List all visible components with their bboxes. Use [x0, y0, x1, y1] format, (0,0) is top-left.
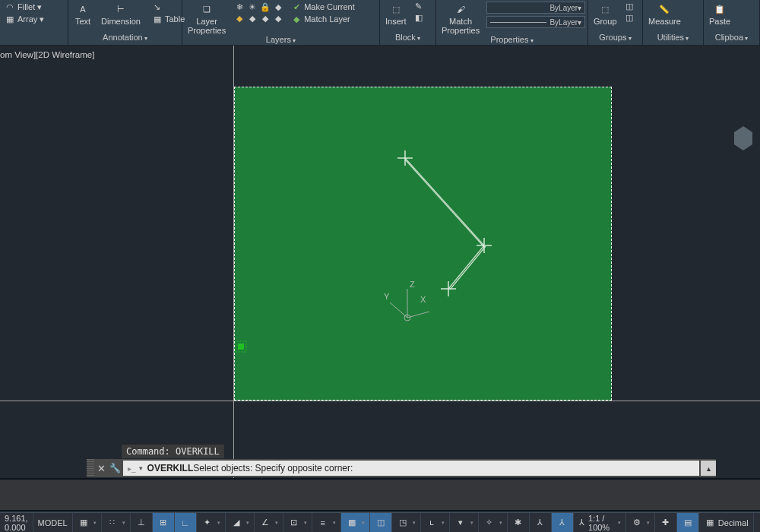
command-input[interactable]: ▸_ ▾ OVERKILL Select objects: Specify op…	[123, 461, 699, 476]
paste-icon: 📋	[711, 2, 729, 17]
3dosnap-icon: ◳	[397, 517, 409, 529]
infer-icon: ⊥	[135, 517, 147, 529]
workspace-switch[interactable]: ⚙	[626, 513, 655, 532]
panel-label-annotation[interactable]: Annotation	[71, 33, 179, 43]
table-button[interactable]: ▦Table	[150, 14, 186, 24]
insert-button[interactable]: ⬚Insert	[383, 2, 409, 26]
isodraft-toggle[interactable]: ◢	[226, 513, 255, 532]
customize-commandline-button[interactable]: 🔧	[108, 459, 122, 477]
layer-properties-icon: ❏	[198, 2, 216, 17]
anno-auto-toggle[interactable]: ⅄	[530, 513, 552, 532]
grip-icon[interactable]	[87, 459, 94, 477]
trans-icon: ▩	[346, 517, 358, 529]
polar-toggle[interactable]: ✦	[197, 513, 226, 532]
make-current-button[interactable]: ✔Make Current	[290, 2, 356, 12]
group-icon: ⬚	[596, 2, 614, 17]
anno-vis-toggle[interactable]: ✱	[508, 513, 530, 532]
expand-history-button[interactable]: ▴	[701, 461, 716, 476]
snap-toggle[interactable]: ∷	[102, 513, 131, 532]
status-model-button[interactable]: MODEL	[33, 513, 73, 532]
3dosnap-toggle[interactable]: ◳	[392, 513, 421, 532]
measure-button[interactable]: 📏Measure	[646, 2, 683, 26]
group-button[interactable]: ⬚Group	[591, 2, 619, 26]
gear-icon: ⚙	[631, 517, 643, 529]
panel-label-block[interactable]: Block	[383, 33, 432, 43]
filter-toggle[interactable]: ▾	[450, 513, 479, 532]
plus-icon: ✚	[660, 517, 672, 529]
units-display[interactable]: ▦Decimal	[699, 513, 754, 532]
view-label[interactable]: om View][2D Wireframe]	[0, 50, 94, 59]
fillet-icon: ◠	[5, 2, 15, 12]
array-icon: ▦	[5, 14, 15, 24]
panel-modify: ◠Fillet ▾ ▦Array ▾	[0, 0, 68, 45]
make-current-icon: ✔	[291, 2, 302, 12]
units-icon: ▦	[704, 517, 716, 529]
selection-window	[234, 87, 612, 401]
lw-icon: ≡	[317, 517, 329, 529]
annoviz-icon: ✱	[512, 517, 524, 529]
layer-properties-button[interactable]: ❏Layer Properties	[185, 2, 228, 35]
layer-row-icons2[interactable]: ◆◆◆◆	[233, 13, 285, 24]
filter-icon: ▾	[454, 517, 467, 529]
selection-cycle[interactable]: ◫	[370, 513, 392, 532]
close-commandline-button[interactable]: ✕	[94, 459, 108, 477]
text-button[interactable]: AText	[71, 2, 94, 26]
status-coordinates[interactable]: 9.161, 0.000	[0, 513, 33, 532]
ortho-toggle[interactable]: ∟	[175, 513, 197, 532]
dyninput-icon: ⊞	[157, 517, 169, 529]
dropdown-icon[interactable]: ▾	[139, 464, 143, 472]
fillet-button[interactable]: ◠Fillet ▾	[3, 2, 65, 12]
drawing-viewport[interactable]: om View][2D Wireframe] X Y Z	[0, 46, 760, 479]
panel-utilities: 📏Measure Utilities	[643, 0, 704, 45]
dimension-button[interactable]: ⊢Dimension	[99, 2, 143, 26]
panel-label-clipboard[interactable]: Clipboa	[707, 33, 756, 43]
qp-toggle[interactable]: ▤	[677, 513, 699, 532]
linetype-selector[interactable]: ByLayer ▾	[486, 16, 585, 28]
grid-icon: ▦	[78, 517, 90, 529]
panel-label-groups[interactable]: Groups	[591, 33, 639, 43]
block-attr-icon[interactable]: ◧	[413, 13, 424, 23]
qv-toggle[interactable]: ▭	[754, 513, 760, 532]
match-properties-icon: 🖌	[451, 2, 470, 17]
grid-toggle[interactable]: ▦	[73, 513, 102, 532]
prompt-icon: ▸_	[128, 464, 136, 473]
leader-button[interactable]: ↘	[150, 2, 186, 12]
panel-label-properties[interactable]: Properties	[439, 35, 584, 46]
dimension-icon: ⊢	[112, 2, 130, 17]
text-icon: A	[74, 2, 92, 17]
infer-toggle[interactable]: ⊥	[131, 513, 153, 532]
match-properties-button[interactable]: 🖌Match Properties	[439, 2, 482, 35]
selcycle-icon: ◫	[375, 517, 387, 529]
array-button[interactable]: ▦Array ▾	[3, 14, 65, 24]
match-layer-button[interactable]: ◆Match Layer	[290, 14, 356, 24]
anno-scale[interactable]: ⅄1:1 / 100%	[574, 513, 626, 532]
layer-row-icons[interactable]: ❄☀🔒◆	[233, 2, 285, 12]
anno-auto2-toggle[interactable]: ⅄	[552, 513, 574, 532]
osnap-toggle[interactable]: ∠	[255, 513, 283, 532]
panel-label-layers[interactable]: Layers	[185, 35, 376, 46]
dynamic-input-toggle[interactable]: ⊞	[153, 513, 175, 532]
panel-groups: ⬚Group ◫◫ Groups	[588, 0, 643, 45]
iso-icon: ◢	[230, 517, 242, 529]
dynucs-toggle[interactable]: ʟ	[421, 513, 450, 532]
panel-layers: ❏Layer Properties ❄☀🔒◆ ◆◆◆◆ ✔Make Curren…	[182, 0, 380, 45]
layer-state-icon: ❄	[234, 2, 245, 12]
lineweight-toggle[interactable]: ≡	[312, 513, 341, 532]
block-edit-icon[interactable]: ✎	[413, 2, 424, 11]
command-bar: ✕ 🔧 ▸_ ▾ OVERKILL Select objects: Specif…	[87, 459, 716, 477]
panel-label-utilities[interactable]: Utilities	[646, 33, 700, 43]
transparency-toggle[interactable]: ▩	[341, 513, 370, 532]
anno-monitor[interactable]: ✚	[655, 513, 677, 532]
color-selector[interactable]: ByLayer ▾	[486, 2, 585, 14]
dynucs-icon: ʟ	[426, 517, 438, 529]
panel-annotation: AText ⊢Dimension ↘ ▦Table Annotation	[68, 0, 182, 45]
otrack-toggle[interactable]: ⊡	[283, 513, 312, 532]
active-command: OVERKILL	[147, 463, 194, 473]
gizmo-toggle[interactable]: ✧	[479, 513, 508, 532]
paste-button[interactable]: 📋Paste	[707, 2, 733, 26]
ortho-icon: ∟	[179, 517, 192, 529]
viewcube[interactable]	[731, 122, 755, 167]
insert-icon: ⬚	[387, 2, 405, 17]
ribbon-toolbar: ◠Fillet ▾ ▦Array ▾ AText ⊢Dimension ↘ ▦T…	[0, 0, 760, 46]
crosshair-horizontal	[0, 401, 760, 401]
